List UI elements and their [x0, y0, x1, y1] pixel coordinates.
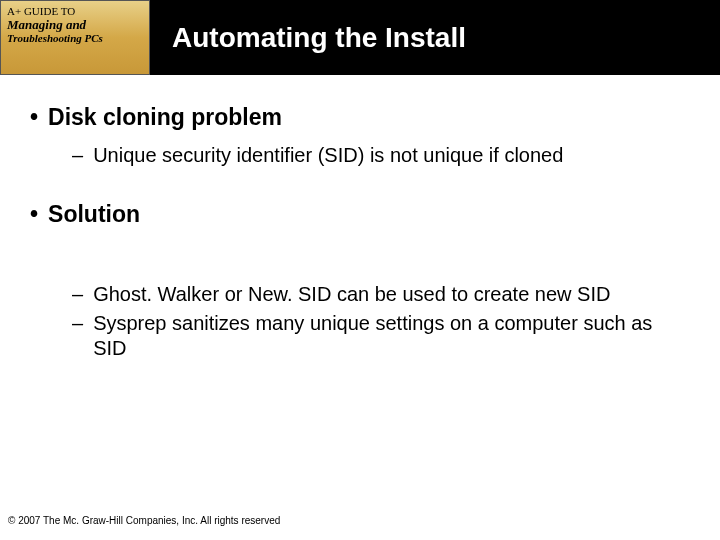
sub-bullet-text: Unique security identifier (SID) is not …	[93, 143, 563, 168]
sub-bullet-text: Ghost. Walker or New. SID can be used to…	[93, 282, 610, 307]
bullet-dot-icon: •	[30, 103, 38, 133]
logo-top-text: A+ GUIDE TO	[7, 5, 143, 17]
bullet-heading: • Disk cloning problem	[30, 103, 690, 133]
sub-bullet: – Ghost. Walker or New. SID can be used …	[72, 282, 690, 307]
title-bar: Automating the Install	[150, 0, 720, 75]
copyright-footer: © 2007 The Mc. Graw-Hill Companies, Inc.…	[8, 515, 280, 526]
logo-line1: Managing and	[7, 18, 143, 32]
slide-header: A+ GUIDE TO Managing and Troubleshooting…	[0, 0, 720, 75]
bullet-dash-icon: –	[72, 143, 83, 168]
bullet-text: Disk cloning problem	[48, 103, 282, 133]
slide-content: • Disk cloning problem – Unique security…	[0, 75, 720, 361]
bullet-dot-icon: •	[30, 200, 38, 230]
bullet-dash-icon: –	[72, 282, 83, 307]
sub-bullet-text: Sysprep sanitizes many unique settings o…	[93, 311, 690, 361]
book-logo: A+ GUIDE TO Managing and Troubleshooting…	[0, 0, 150, 75]
slide-title: Automating the Install	[172, 22, 466, 54]
bullet-heading: • Solution	[30, 200, 690, 230]
sub-bullet: – Unique security identifier (SID) is no…	[72, 143, 690, 168]
bullet-text: Solution	[48, 200, 140, 230]
bullet-dash-icon: –	[72, 311, 83, 361]
sub-bullet: – Sysprep sanitizes many unique settings…	[72, 311, 690, 361]
logo-line2: Troubleshooting PCs	[7, 32, 143, 45]
